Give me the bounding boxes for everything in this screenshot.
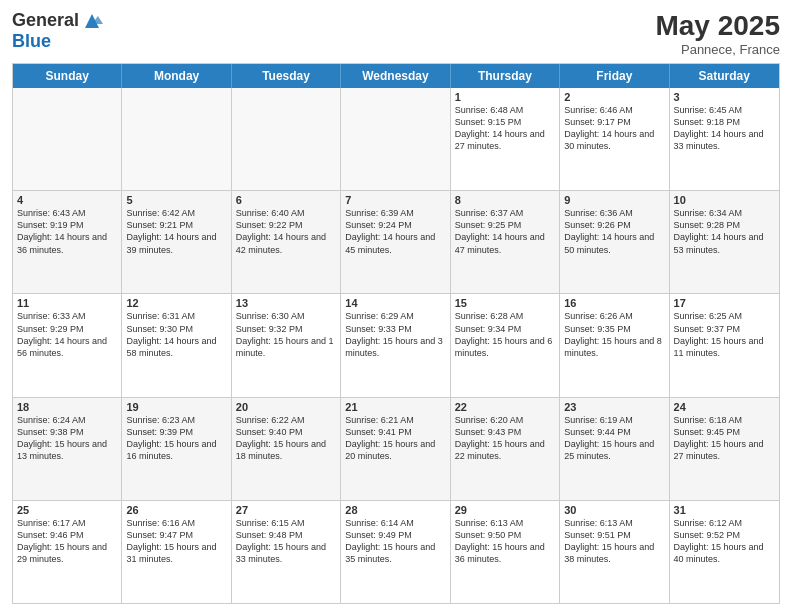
calendar-row-4: 25Sunrise: 6:17 AM Sunset: 9:46 PM Dayli…	[13, 501, 779, 603]
day-number: 15	[455, 297, 555, 309]
cal-cell-r3-c2: 20Sunrise: 6:22 AM Sunset: 9:40 PM Dayli…	[232, 398, 341, 500]
day-number: 29	[455, 504, 555, 516]
cell-text: Sunrise: 6:13 AM Sunset: 9:51 PM Dayligh…	[564, 517, 664, 566]
day-number: 13	[236, 297, 336, 309]
cal-cell-r0-c5: 2Sunrise: 6:46 AM Sunset: 9:17 PM Daylig…	[560, 88, 669, 190]
day-number: 31	[674, 504, 775, 516]
logo-icon	[81, 10, 103, 32]
cell-text: Sunrise: 6:22 AM Sunset: 9:40 PM Dayligh…	[236, 414, 336, 463]
month-year: May 2025	[655, 10, 780, 42]
cell-text: Sunrise: 6:26 AM Sunset: 9:35 PM Dayligh…	[564, 310, 664, 359]
cell-text: Sunrise: 6:13 AM Sunset: 9:50 PM Dayligh…	[455, 517, 555, 566]
cal-cell-r1-c4: 8Sunrise: 6:37 AM Sunset: 9:25 PM Daylig…	[451, 191, 560, 293]
day-number: 22	[455, 401, 555, 413]
day-number: 9	[564, 194, 664, 206]
day-number: 28	[345, 504, 445, 516]
logo: General Blue	[12, 10, 103, 52]
cal-cell-r3-c3: 21Sunrise: 6:21 AM Sunset: 9:41 PM Dayli…	[341, 398, 450, 500]
cal-cell-r0-c2	[232, 88, 341, 190]
cal-cell-r2-c2: 13Sunrise: 6:30 AM Sunset: 9:32 PM Dayli…	[232, 294, 341, 396]
day-number: 24	[674, 401, 775, 413]
calendar-row-1: 4Sunrise: 6:43 AM Sunset: 9:19 PM Daylig…	[13, 191, 779, 294]
cell-text: Sunrise: 6:25 AM Sunset: 9:37 PM Dayligh…	[674, 310, 775, 359]
day-number: 18	[17, 401, 117, 413]
cell-text: Sunrise: 6:29 AM Sunset: 9:33 PM Dayligh…	[345, 310, 445, 359]
cell-text: Sunrise: 6:46 AM Sunset: 9:17 PM Dayligh…	[564, 104, 664, 153]
cell-text: Sunrise: 6:19 AM Sunset: 9:44 PM Dayligh…	[564, 414, 664, 463]
cal-cell-r2-c6: 17Sunrise: 6:25 AM Sunset: 9:37 PM Dayli…	[670, 294, 779, 396]
cal-cell-r0-c0	[13, 88, 122, 190]
cell-text: Sunrise: 6:17 AM Sunset: 9:46 PM Dayligh…	[17, 517, 117, 566]
cell-text: Sunrise: 6:14 AM Sunset: 9:49 PM Dayligh…	[345, 517, 445, 566]
day-number: 14	[345, 297, 445, 309]
location: Pannece, France	[655, 42, 780, 57]
cell-text: Sunrise: 6:33 AM Sunset: 9:29 PM Dayligh…	[17, 310, 117, 359]
cal-cell-r3-c6: 24Sunrise: 6:18 AM Sunset: 9:45 PM Dayli…	[670, 398, 779, 500]
cal-cell-r0-c3	[341, 88, 450, 190]
cell-text: Sunrise: 6:40 AM Sunset: 9:22 PM Dayligh…	[236, 207, 336, 256]
day-number: 8	[455, 194, 555, 206]
calendar-row-3: 18Sunrise: 6:24 AM Sunset: 9:38 PM Dayli…	[13, 398, 779, 501]
logo-blue: Blue	[12, 32, 103, 52]
cal-cell-r2-c3: 14Sunrise: 6:29 AM Sunset: 9:33 PM Dayli…	[341, 294, 450, 396]
cal-cell-r1-c3: 7Sunrise: 6:39 AM Sunset: 9:24 PM Daylig…	[341, 191, 450, 293]
day-number: 2	[564, 91, 664, 103]
day-number: 12	[126, 297, 226, 309]
day-number: 26	[126, 504, 226, 516]
cal-cell-r4-c5: 30Sunrise: 6:13 AM Sunset: 9:51 PM Dayli…	[560, 501, 669, 603]
cell-text: Sunrise: 6:23 AM Sunset: 9:39 PM Dayligh…	[126, 414, 226, 463]
cell-text: Sunrise: 6:16 AM Sunset: 9:47 PM Dayligh…	[126, 517, 226, 566]
day-number: 20	[236, 401, 336, 413]
day-number: 16	[564, 297, 664, 309]
cell-text: Sunrise: 6:36 AM Sunset: 9:26 PM Dayligh…	[564, 207, 664, 256]
cell-text: Sunrise: 6:45 AM Sunset: 9:18 PM Dayligh…	[674, 104, 775, 153]
cell-text: Sunrise: 6:42 AM Sunset: 9:21 PM Dayligh…	[126, 207, 226, 256]
cal-cell-r4-c3: 28Sunrise: 6:14 AM Sunset: 9:49 PM Dayli…	[341, 501, 450, 603]
day-number: 27	[236, 504, 336, 516]
calendar: Sunday Monday Tuesday Wednesday Thursday…	[12, 63, 780, 604]
cal-cell-r2-c4: 15Sunrise: 6:28 AM Sunset: 9:34 PM Dayli…	[451, 294, 560, 396]
cell-text: Sunrise: 6:37 AM Sunset: 9:25 PM Dayligh…	[455, 207, 555, 256]
cal-cell-r1-c5: 9Sunrise: 6:36 AM Sunset: 9:26 PM Daylig…	[560, 191, 669, 293]
cell-text: Sunrise: 6:48 AM Sunset: 9:15 PM Dayligh…	[455, 104, 555, 153]
calendar-row-2: 11Sunrise: 6:33 AM Sunset: 9:29 PM Dayli…	[13, 294, 779, 397]
cell-text: Sunrise: 6:43 AM Sunset: 9:19 PM Dayligh…	[17, 207, 117, 256]
cell-text: Sunrise: 6:28 AM Sunset: 9:34 PM Dayligh…	[455, 310, 555, 359]
page: General Blue May 2025 Pannece, France Su…	[0, 0, 792, 612]
cell-text: Sunrise: 6:34 AM Sunset: 9:28 PM Dayligh…	[674, 207, 775, 256]
day-number: 30	[564, 504, 664, 516]
day-number: 5	[126, 194, 226, 206]
logo-general: General	[12, 11, 79, 31]
day-number: 25	[17, 504, 117, 516]
day-number: 4	[17, 194, 117, 206]
cal-cell-r2-c1: 12Sunrise: 6:31 AM Sunset: 9:30 PM Dayli…	[122, 294, 231, 396]
cal-cell-r4-c4: 29Sunrise: 6:13 AM Sunset: 9:50 PM Dayli…	[451, 501, 560, 603]
cal-cell-r3-c5: 23Sunrise: 6:19 AM Sunset: 9:44 PM Dayli…	[560, 398, 669, 500]
cal-cell-r2-c0: 11Sunrise: 6:33 AM Sunset: 9:29 PM Dayli…	[13, 294, 122, 396]
day-number: 17	[674, 297, 775, 309]
cal-cell-r2-c5: 16Sunrise: 6:26 AM Sunset: 9:35 PM Dayli…	[560, 294, 669, 396]
calendar-row-0: 1Sunrise: 6:48 AM Sunset: 9:15 PM Daylig…	[13, 88, 779, 191]
header: General Blue May 2025 Pannece, France	[12, 10, 780, 57]
calendar-header: Sunday Monday Tuesday Wednesday Thursday…	[13, 64, 779, 88]
cell-text: Sunrise: 6:18 AM Sunset: 9:45 PM Dayligh…	[674, 414, 775, 463]
cell-text: Sunrise: 6:12 AM Sunset: 9:52 PM Dayligh…	[674, 517, 775, 566]
cell-text: Sunrise: 6:31 AM Sunset: 9:30 PM Dayligh…	[126, 310, 226, 359]
header-thursday: Thursday	[451, 64, 560, 88]
cal-cell-r1-c1: 5Sunrise: 6:42 AM Sunset: 9:21 PM Daylig…	[122, 191, 231, 293]
title-block: May 2025 Pannece, France	[655, 10, 780, 57]
cal-cell-r1-c2: 6Sunrise: 6:40 AM Sunset: 9:22 PM Daylig…	[232, 191, 341, 293]
day-number: 19	[126, 401, 226, 413]
header-tuesday: Tuesday	[232, 64, 341, 88]
cal-cell-r4-c2: 27Sunrise: 6:15 AM Sunset: 9:48 PM Dayli…	[232, 501, 341, 603]
day-number: 7	[345, 194, 445, 206]
day-number: 3	[674, 91, 775, 103]
cal-cell-r1-c0: 4Sunrise: 6:43 AM Sunset: 9:19 PM Daylig…	[13, 191, 122, 293]
cal-cell-r3-c4: 22Sunrise: 6:20 AM Sunset: 9:43 PM Dayli…	[451, 398, 560, 500]
cal-cell-r4-c6: 31Sunrise: 6:12 AM Sunset: 9:52 PM Dayli…	[670, 501, 779, 603]
cell-text: Sunrise: 6:30 AM Sunset: 9:32 PM Dayligh…	[236, 310, 336, 359]
cell-text: Sunrise: 6:39 AM Sunset: 9:24 PM Dayligh…	[345, 207, 445, 256]
cal-cell-r0-c4: 1Sunrise: 6:48 AM Sunset: 9:15 PM Daylig…	[451, 88, 560, 190]
cell-text: Sunrise: 6:20 AM Sunset: 9:43 PM Dayligh…	[455, 414, 555, 463]
header-friday: Friday	[560, 64, 669, 88]
